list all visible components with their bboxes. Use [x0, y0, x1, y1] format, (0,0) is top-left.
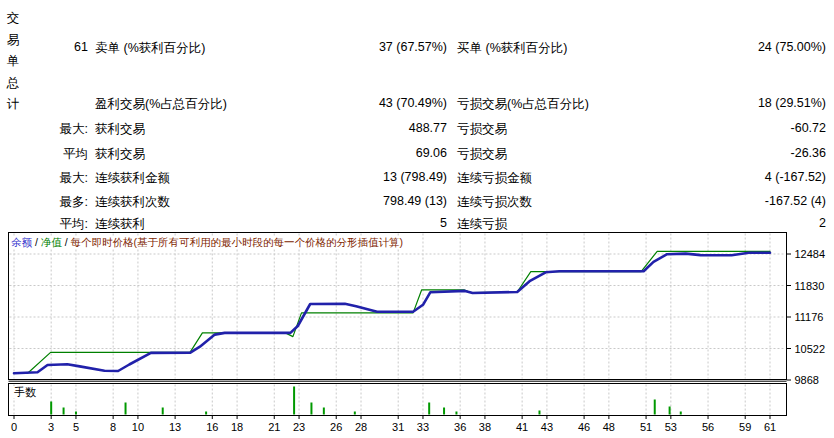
x-axis-label: 41 [516, 421, 528, 433]
legend-balance-label: 余额 [11, 236, 32, 248]
x-axis-label: 51 [640, 421, 652, 433]
x-axis-label: 16 [206, 421, 218, 433]
x-axis-label: 28 [355, 421, 367, 433]
x-axis-label: 61 [764, 421, 776, 433]
x-axis-label: 13 [169, 421, 181, 433]
legend-model-label: 每个即时价格(基于所有可利用的最小时段的每一个价格的分形插值计算) [71, 236, 404, 248]
chart-legend: 余额 / 净值 / 每个即时价格(基于所有可利用的最小时段的每一个价格的分形插值… [11, 236, 406, 249]
x-axis-label: 48 [603, 421, 615, 433]
x-axis-label: 26 [330, 421, 342, 433]
y-axis-label: 9868 [795, 374, 819, 386]
y-axis-label: 11176 [795, 311, 824, 323]
strategy-tester-report: { "stats": { "group_label": "交易单总计", "ro… [0, 0, 834, 438]
legend-separator: / [32, 236, 41, 248]
x-axis-label: 36 [454, 421, 466, 433]
x-axis-label: 53 [665, 421, 677, 433]
legend-separator: / [62, 236, 71, 248]
x-axis-label: 5 [73, 421, 79, 433]
x-axis-label: 43 [541, 421, 553, 433]
legend-equity-label: 净值 [41, 236, 62, 248]
x-axis-label: 18 [231, 421, 243, 433]
x-axis-label: 23 [293, 421, 305, 433]
x-axis-label: 10 [132, 421, 144, 433]
equity-chart: 0358101316182123262831333638414346485153… [0, 0, 834, 438]
y-axis-label: 11830 [795, 280, 825, 292]
x-axis-label: 21 [268, 421, 280, 433]
x-axis-label: 8 [110, 421, 116, 433]
x-axis-label: 31 [392, 421, 404, 433]
x-axis-label: 0 [11, 421, 17, 433]
y-axis-label: 12484 [795, 248, 826, 260]
x-axis-label: 56 [702, 421, 714, 433]
x-axis-label: 46 [578, 421, 590, 433]
y-axis-label: 10522 [795, 343, 826, 355]
x-axis-label: 38 [479, 421, 491, 433]
x-axis-label: 3 [48, 421, 54, 433]
x-axis-label: 33 [417, 421, 429, 433]
lots-panel-label: 手数 [12, 386, 38, 398]
x-axis-label: 59 [739, 421, 751, 433]
